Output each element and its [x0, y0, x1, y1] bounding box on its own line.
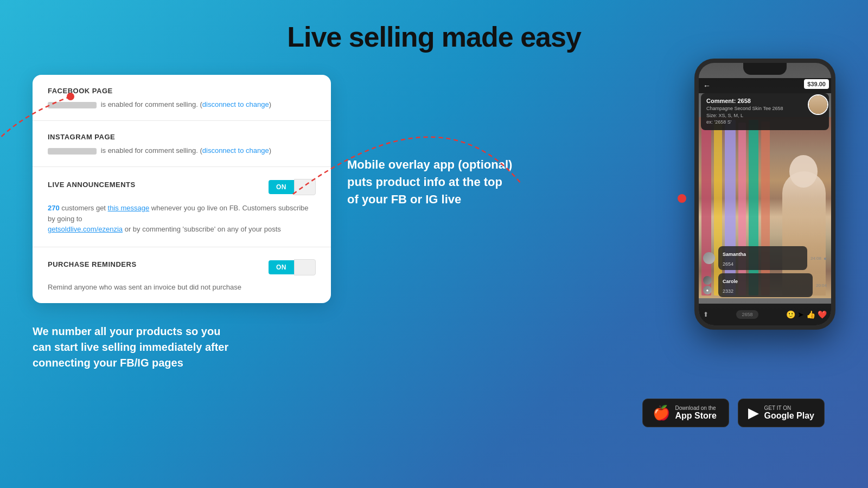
svg-point-0	[67, 93, 74, 100]
google-play-icon: ▶	[748, 404, 759, 421]
back-arrow-icon: ←	[703, 81, 711, 90]
share-icon: ⬆	[703, 311, 709, 318]
reminders-desc: Remind anyone who was sent an invoice bu…	[48, 283, 316, 291]
chat-item-carole: ● Carole 2332 20:04	[703, 273, 827, 297]
facebook-desc-text: is enabled for comment selling.	[101, 100, 198, 108]
samantha-avatar	[703, 252, 715, 264]
samantha-time: 24:08	[810, 256, 821, 261]
comment-input-chip[interactable]: 2658	[736, 310, 758, 319]
this-message-link[interactable]: this message	[108, 204, 150, 212]
reaction-icons: 🙂 ➤ 👍 ❤️	[786, 310, 827, 319]
like-icon: 👍	[806, 310, 815, 319]
carole-time: 20:04	[816, 283, 827, 288]
phone-chat: Samantha 2654 24:08 ● ●	[699, 243, 831, 304]
page-wrapper: Live selling made easy FACEBOOK PAGE is …	[0, 0, 868, 488]
apple-icon: 🍎	[653, 404, 670, 421]
toggle-off-area[interactable]	[294, 179, 316, 195]
phone-bottombar: ⬆ 2658 🙂 ➤ 👍 ❤️	[699, 304, 831, 325]
carole-msg: 2332	[723, 288, 733, 294]
apple-btn-text: Download on the App Store	[675, 405, 717, 421]
dashed-arc-svg	[0, 91, 81, 265]
instagram-desc: is enabled for comment selling. (disconn…	[48, 146, 316, 155]
overlay-avatar	[808, 94, 828, 115]
price-tag: $39.00	[804, 79, 829, 89]
send-icon: ➤	[797, 310, 804, 319]
emoji-icon: 🙂	[786, 310, 795, 319]
carole-avatar-small2: ●	[703, 286, 712, 294]
announcements-toggle-on[interactable]: ON	[269, 180, 294, 194]
reminders-toggle-off-area[interactable]	[294, 259, 316, 275]
announcements-desc3: or by commenting 'subscribe' on any of y…	[125, 225, 281, 233]
samantha-name: Samantha	[723, 252, 746, 257]
settings-panel: FACEBOOK PAGE is enabled for comment sel…	[33, 75, 331, 371]
apple-app-store-button[interactable]: 🍎 Download on the App Store	[642, 399, 729, 427]
google-small-text: GET IT ON	[764, 405, 814, 411]
carole-avatars: ●	[703, 276, 715, 294]
carole-bubble: Carole 2332	[718, 273, 813, 297]
phone-notch	[743, 63, 787, 75]
chat-item-samantha: Samantha 2654 24:08 ●	[703, 246, 827, 270]
reminders-toggle-on[interactable]: ON	[269, 260, 294, 274]
bottom-left-text: We number all your products so you can s…	[33, 324, 298, 371]
reminders-toggle-wrapper: ON	[269, 259, 316, 275]
overlay-description-text: Mobile overlay app (optional)puts produc…	[347, 156, 542, 208]
instagram-title: INSTAGRAM PAGE	[48, 133, 316, 141]
google-btn-text: GET IT ON Google Play	[764, 405, 814, 421]
toggle-wrapper: ON	[269, 179, 316, 195]
comment-product: Champagne Second Skin Tee 2658 Size: XS,…	[706, 105, 824, 126]
announcements-toggle-row: LIVE ANNOUNCEMENTS ON	[48, 179, 316, 195]
google-large-text: Google Play	[764, 411, 814, 421]
reminders-toggle-row: PURCHASE REMINDERS ON	[48, 259, 316, 275]
apple-small-text: Download on the	[675, 405, 717, 411]
facebook-disconnect-link[interactable]: disconnect to change	[202, 100, 269, 108]
right-area: Mobile overlay app (optional)puts produc…	[331, 69, 835, 460]
google-play-button[interactable]: ▶ GET IT ON Google Play	[738, 399, 825, 427]
red-dot-right	[678, 194, 686, 203]
samantha-msg: 2654	[723, 261, 733, 267]
instagram-desc-text: is enabled for comment selling.	[101, 146, 198, 155]
page-title: Live selling made easy	[0, 0, 868, 53]
facebook-desc: is enabled for comment selling. (disconn…	[48, 100, 316, 108]
facebook-title: FACEBOOK PAGE	[48, 87, 316, 95]
comment-title: Comment: 2658	[706, 98, 824, 104]
announcements-desc: 270 customers get this message whenever …	[48, 203, 316, 235]
apple-large-text: App Store	[675, 411, 717, 421]
main-content: FACEBOOK PAGE is enabled for comment sel…	[0, 53, 868, 460]
app-store-buttons: 🍎 Download on the App Store ▶ GET IT ON …	[642, 399, 825, 427]
carole-name: Carole	[723, 279, 738, 284]
carole-avatar-small1	[703, 276, 712, 285]
samantha-live-icon: ●	[824, 255, 827, 261]
samantha-bubble: Samantha 2654	[718, 246, 807, 270]
instagram-disconnect-link[interactable]: disconnect to change	[202, 146, 269, 155]
heart-icon: ❤️	[818, 310, 827, 319]
phone-mockup: ← $39.00 Comment: 2658 Champagne S	[694, 59, 835, 330]
phone-frame: ← $39.00 Comment: 2658 Champagne S	[694, 59, 835, 330]
